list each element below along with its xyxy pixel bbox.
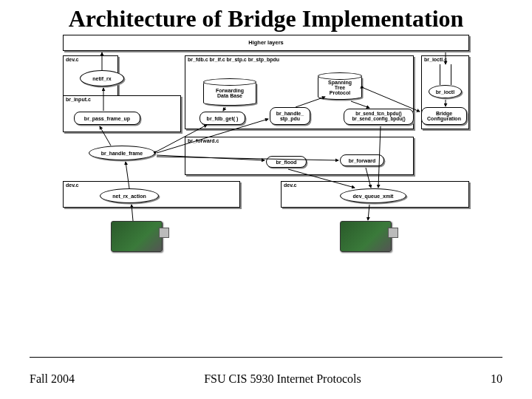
send-bpdu-node: br_send_tcn_bpdu() br_send_config_bpdu()	[344, 109, 414, 125]
architecture-diagram: Higher layers dev.c netif_rx br_fdb.c br…	[59, 35, 473, 286]
higher-layers-label: Higher layers	[64, 35, 468, 46]
footer-center: FSU CIS 5930 Internet Protocols	[204, 372, 361, 386]
ioctl-file-label: br_ioctl.c	[424, 57, 447, 62]
footer-rule	[30, 357, 502, 358]
handle-frame-node: br_handle_frame	[89, 146, 155, 160]
mid-files-label: br_fdb.c br_if.c br_stp.c br_stp_bpdu	[188, 57, 279, 62]
footer-right: 10	[491, 372, 502, 386]
handle-stp-node: br_handle_ stp_pdu	[270, 107, 310, 125]
fdb-get-node: br_fdb_get( )	[200, 112, 245, 125]
devc-bl-label: dev.c	[66, 183, 78, 188]
footer-left: Fall 2004	[30, 372, 75, 386]
bridge-config-node: Bridge Configuration	[421, 107, 467, 125]
slide-title: Architecture of Bridge Implementation	[0, 6, 532, 32]
stp-cylinder: Spanning Tree Protocol	[318, 75, 362, 100]
nic-right-icon	[340, 221, 392, 252]
forward-file-label: br_forward.c	[188, 138, 219, 143]
devc-br-label: dev.c	[284, 183, 296, 188]
pass-frame-up-node: br_pass_frame_up	[74, 112, 140, 125]
input-file-label: br_input.c	[66, 97, 91, 102]
fdb-cylinder: Forwarding Data Base	[203, 81, 256, 106]
nic-left-icon	[111, 221, 163, 252]
flood-node: br_flood	[266, 156, 307, 168]
br-forward-node: br_forward	[340, 154, 384, 166]
devc-top-label: dev.c	[66, 57, 78, 62]
